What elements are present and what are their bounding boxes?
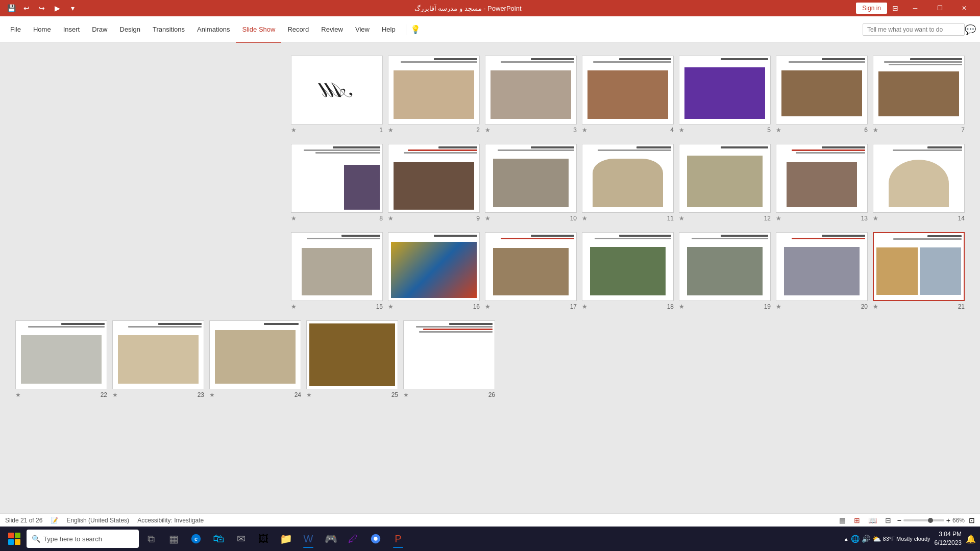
slide-item-1[interactable]: 𝒜𝓁𝓁 ★ 1 [291,56,383,134]
tab-review[interactable]: Review [315,17,349,43]
slide-item-13[interactable]: ★ 13 [776,144,868,222]
edge-browser-icon[interactable]: e [186,529,206,549]
powerpoint-icon[interactable]: P [388,529,408,549]
mail-icon[interactable]: ✉ [231,529,251,549]
tab-draw[interactable]: Draw [86,17,113,43]
comment-button[interactable]: 💬 [965,24,976,35]
tab-view[interactable]: View [349,17,376,43]
slide-item-19[interactable]: ★ 19 [679,232,771,310]
fit-slide-button[interactable]: ⊡ [969,516,975,524]
ribbon-search-input[interactable] [863,23,965,36]
slide-item-6[interactable]: ★ 6 [776,56,868,134]
tab-file[interactable]: File [4,17,27,43]
slide-star-20: ★ [776,303,781,310]
clock[interactable]: 3:04 PM 6/12/2023 [935,530,962,547]
slide-item-25[interactable]: ★ 25 [306,320,398,398]
chrome-icon[interactable] [365,529,386,549]
whiteboard-icon[interactable]: 🖊 [343,529,363,549]
slide-item-24[interactable]: ★ 24 [209,320,301,398]
slide-number-6: 6 [864,127,868,134]
slides-row-3: ★ 21 ★ 20 [15,230,965,313]
slide-item-11[interactable]: ★ 11 [582,144,674,222]
slide-item-22[interactable]: ★ 22 [15,320,107,398]
slide-item-5[interactable]: ★ 5 [679,56,771,134]
zoom-out-button[interactable]: − [897,516,901,524]
tab-record[interactable]: Record [281,17,315,43]
notes-button[interactable]: 📝 [51,517,58,524]
minimize-button[interactable]: ─ [903,0,927,16]
undo-button[interactable]: ↩ [19,1,34,15]
word-icon[interactable]: W [298,529,318,549]
photos-icon[interactable]: 🖼 [253,529,274,549]
slide-star-18: ★ [582,303,587,310]
close-button[interactable]: ✕ [952,0,976,16]
slide-number-1: 1 [379,127,383,134]
zoom-slider[interactable] [903,519,944,521]
slide-number-5: 5 [767,127,771,134]
notification-icon[interactable]: 🔔 [966,534,976,544]
slide-number-19: 19 [764,303,771,310]
slide-star-23: ★ [112,391,118,398]
language: English (United States) [66,517,129,524]
slide-number-12: 12 [764,215,771,222]
presenter-view-button[interactable]: ⊟ [883,515,893,525]
slide-number-8: 8 [379,215,383,222]
slide-item-8[interactable]: ★ 8 [291,144,383,222]
tab-slideshow[interactable]: Slide Show [236,17,281,43]
lightbulb-icon[interactable]: 💡 [410,24,421,34]
slide-item-7[interactable]: ★ 7 [873,56,965,134]
xbox-icon[interactable]: 🎮 [321,529,341,549]
explorer-icon[interactable]: 📁 [276,529,296,549]
slide-item-14[interactable]: ★ 14 [873,144,965,222]
ribbon-display-button[interactable]: ⊟ [888,1,902,15]
slide-star-8: ★ [291,215,297,222]
tab-help[interactable]: Help [376,17,402,43]
slide-item-3[interactable]: ★ 3 [485,56,577,134]
taskview-button[interactable]: ⧉ [141,529,161,549]
widgets-button[interactable]: ▦ [163,529,184,549]
title-bar-title: مسجد و مدرسه آقابزرگ - PowerPoint [80,5,856,12]
tab-home[interactable]: Home [27,17,57,43]
tab-design[interactable]: Design [114,17,146,43]
slide-item-2[interactable]: ★ 2 [388,56,480,134]
zoom-in-button[interactable]: + [946,516,950,524]
slide-item-4[interactable]: ★ 4 [582,56,674,134]
slide-sorter-button[interactable]: ⊞ [852,515,862,525]
normal-view-button[interactable]: ▤ [837,515,848,525]
store-icon[interactable]: 🛍 [208,529,229,549]
sign-in-button[interactable]: Sign in [856,3,887,14]
tab-insert[interactable]: Insert [57,17,86,43]
slide-item-18[interactable]: ★ 18 [582,232,674,310]
slide-item-10[interactable]: ★ 10 [485,144,577,222]
tab-transitions[interactable]: Transitions [146,17,191,43]
slide-item-12[interactable]: ★ 12 [679,144,771,222]
win-logo-red [8,533,14,538]
slide-number-7: 7 [961,127,965,134]
slide-number-17: 17 [570,303,577,310]
network-icon[interactable]: 🌐 [851,535,860,543]
present-button[interactable]: ▶ [50,1,64,15]
slide-item-15[interactable]: ★ 15 [291,232,383,310]
up-arrow-icon[interactable]: ▲ [844,536,849,542]
slide-item-16[interactable]: ★ 16 [388,232,480,310]
customize-button[interactable]: ▾ [65,1,80,15]
restore-button[interactable]: ❐ [928,0,951,16]
reading-view-button[interactable]: 📖 [866,515,879,525]
slide-item-21[interactable]: ★ 21 [873,232,965,310]
slide-item-20[interactable]: ★ 20 [776,232,868,310]
slide-item-17[interactable]: ★ 17 [485,232,577,310]
taskbar-search-box[interactable]: 🔍 Type here to search [27,530,139,548]
start-button[interactable] [4,529,24,549]
save-button[interactable]: 💾 [4,1,18,15]
slide-item-26[interactable]: ★ 26 [403,320,495,398]
slide-number-16: 16 [473,303,480,310]
tab-animations[interactable]: Animations [191,17,236,43]
win-logo-green [15,533,20,538]
slide-item-23[interactable]: ★ 23 [112,320,204,398]
title-bar-left: 💾 ↩ ↪ ▶ ▾ [4,1,80,15]
volume-icon[interactable]: 🔊 [862,535,870,543]
slide-item-9[interactable]: ★ 9 [388,144,480,222]
redo-button[interactable]: ↪ [35,1,49,15]
slide-star-17: ★ [485,303,491,310]
slide-star-10: ★ [485,215,491,222]
